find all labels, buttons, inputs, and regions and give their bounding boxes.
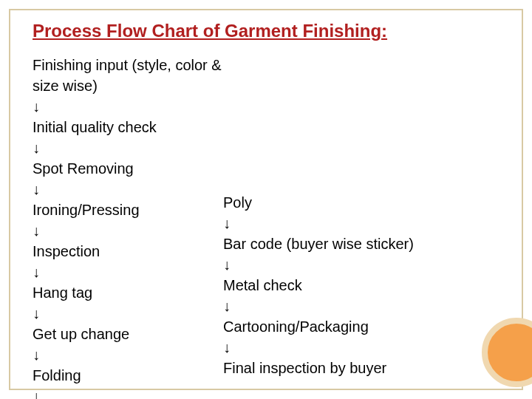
flow-column-right: Poly ↓ Bar code (buyer wise sticker) ↓ M… [223, 192, 474, 378]
flow-column-left: Finishing input (style, color & size wis… [33, 55, 225, 399]
flow-step: Poly [223, 192, 474, 213]
down-arrow-icon: ↓ [223, 254, 474, 275]
flow-step: Bar code (buyer wise sticker) [223, 233, 474, 254]
flow-step: Initial quality check [33, 117, 225, 137]
flow-step: Metal check [223, 275, 474, 296]
slide-frame: Process Flow Chart of Garment Finishing:… [9, 9, 523, 390]
flow-step: Ironing/Pressing [33, 200, 225, 220]
decorative-circle-icon [482, 318, 532, 387]
down-arrow-icon: ↓ [33, 262, 225, 282]
flow-step: Hang tag [33, 282, 225, 303]
down-arrow-icon: ↓ [223, 337, 474, 358]
down-arrow-icon: ↓ [33, 179, 225, 200]
down-arrow-icon: ↓ [33, 137, 225, 158]
down-arrow-icon: ↓ [223, 296, 474, 316]
page-title: Process Flow Chart of Garment Finishing: [33, 21, 499, 41]
flow-step: Get up change [33, 324, 225, 344]
down-arrow-icon: ↓ [33, 386, 225, 399]
flow-step: Spot Removing [33, 158, 225, 179]
flow-step: Final inspection by buyer [223, 358, 474, 378]
down-arrow-icon: ↓ [223, 213, 474, 233]
flow-step: Cartooning/Packaging [223, 316, 474, 337]
down-arrow-icon: ↓ [33, 303, 225, 324]
flow-step: Folding [33, 365, 225, 386]
down-arrow-icon: ↓ [33, 220, 225, 241]
down-arrow-icon: ↓ [33, 96, 225, 117]
flow-step: Finishing input (style, color & size wis… [33, 55, 225, 96]
flow-step: Inspection [33, 241, 225, 262]
down-arrow-icon: ↓ [33, 344, 225, 365]
